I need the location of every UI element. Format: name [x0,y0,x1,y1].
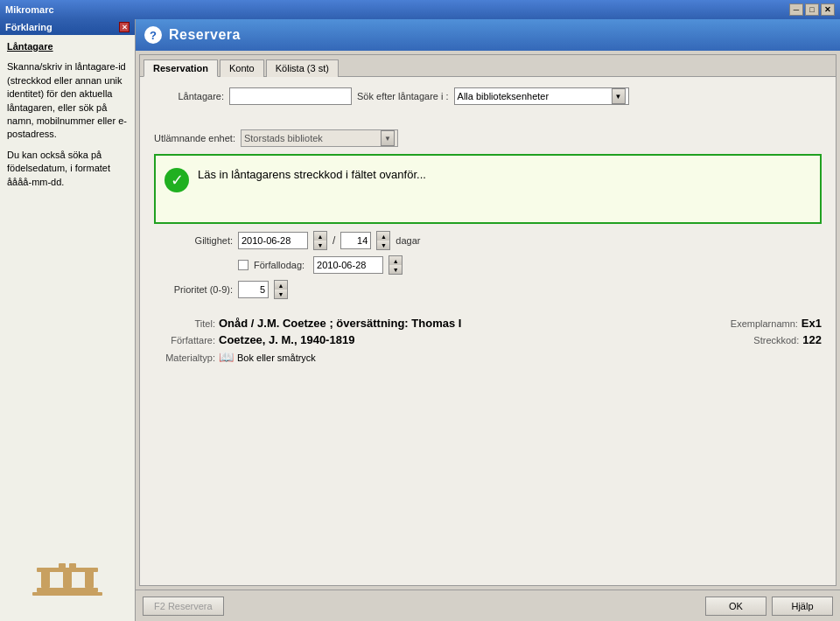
svg-rect-0 [37,588,98,592]
materialtyp-icon: 📖 [219,350,234,364]
lantagare-input[interactable] [229,87,352,105]
tab-reservation[interactable]: Reservation [144,59,218,77]
message-box: ✓ Läs in låntagarens streckkod i fältet … [154,154,822,224]
dialog-body: Reservation Konto Kölista (3 st) Låntaga… [139,54,836,586]
exemplarnamn-value: Ex1 [802,317,822,330]
app-title: Mikromarc [5,4,789,15]
streckkod-container: Streckkod: 122 [753,333,822,346]
ok-button[interactable]: OK [705,597,766,616]
forfallodag-checkbox[interactable] [238,260,248,270]
forfallodag-date-spinner: ▲ ▼ [388,255,402,275]
lantagare-label: Låntagare: [154,91,224,101]
giltighet-date-down[interactable]: ▼ [314,241,326,249]
date-section: Giltighet: ▲ ▼ / ▲ ▼ dagar [154,231,822,299]
giltighet-days-input[interactable] [340,232,371,249]
forfattare-row: Författare: Coetzee, J. M., 1940-1819 St… [154,333,822,350]
dialog-title: Reservera [169,27,241,43]
utlamnande-row: Utlämnande enhet: Storstads bibliotek ▼ [154,129,822,147]
titel-value: Onåd / J.M. Coetzee ; översättning: Thom… [219,317,461,330]
materialtyp-label: Materialtyp: [154,352,215,363]
title-row: Titel: Onåd / J.M. Coetzee ; översättnin… [154,317,822,333]
utlamnande-value: Storstads bibliotek [244,133,381,143]
dialog-header: ? Reservera [136,19,840,51]
svg-rect-7 [32,592,102,596]
giltighet-label: Giltighet: [154,235,233,246]
reserve-button[interactable]: F2 Reservera [143,597,224,616]
tab-kolista[interactable]: Kölista (3 st) [266,59,339,77]
prioritet-up[interactable]: ▲ [275,281,287,290]
sidebar-header: Förklaring ✕ [0,19,135,35]
forfallodag-date-down[interactable]: ▼ [389,265,402,274]
exemplarnamn-label: Exemplarnamn: [731,318,798,329]
exemplarnamn-container: Exemplarnamn: Ex1 [731,317,822,330]
dialog-footer: F2 Reservera OK Hjälp [136,590,840,621]
dagar-label: dagar [396,235,420,246]
window-controls: ─ □ ✕ [789,3,835,16]
forfallodag-date-input[interactable] [313,256,383,274]
tab-konto[interactable]: Konto [220,59,264,77]
giltighet-days-spinner: ▲ ▼ [376,231,390,250]
streckkod-label: Streckkod: [753,335,799,345]
forfattare-info-row: Författare: Coetzee, J. M., 1940-1819 [154,333,753,346]
search-label: Sök efter låntagare i : [357,91,449,101]
tab-bar: Reservation Konto Kölista (3 st) [140,55,836,77]
svg-rect-3 [85,570,94,588]
sidebar-section-title: Låntagare [7,40,128,53]
search-dropdown-arrow[interactable]: ▼ [612,88,626,104]
maximize-button[interactable]: □ [805,3,819,16]
forfattare-value: Coetzee, J. M., 1940-1819 [219,333,354,346]
sidebar: Förklaring ✕ Låntagare Skanna/skriv in l… [0,19,136,621]
giltighet-date-input[interactable] [238,232,308,249]
forfallodag-date-up[interactable]: ▲ [389,256,402,265]
main-container: Förklaring ✕ Låntagare Skanna/skriv in l… [0,19,840,621]
help-button[interactable]: Hjälp [772,597,833,616]
forfallodag-row: Förfallodag: ▲ ▼ [154,255,822,275]
help-icon[interactable]: ? [144,26,162,44]
forfallodag-label: Förfallodag: [254,260,304,270]
svg-rect-6 [69,563,76,569]
sidebar-close-button[interactable]: ✕ [119,22,130,32]
titel-label: Titel: [154,318,215,329]
prioritet-down[interactable]: ▼ [275,290,287,298]
title-info-row: Titel: Onåd / J.M. Coetzee ; översättnin… [154,317,731,330]
prioritet-input[interactable] [238,281,269,298]
sidebar-description-2: Du kan också söka på födelsedatum, i for… [7,149,128,189]
giltighet-days-down[interactable]: ▼ [377,241,389,249]
search-dropdown-value: Alla biblioteksenheter [458,91,612,101]
book-info-section: Titel: Onåd / J.M. Coetzee ; översättnin… [154,310,822,364]
sidebar-content: Låntagare Skanna/skriv in låntagare-id (… [0,35,135,542]
utlamnande-dropdown-arrow[interactable]: ▼ [381,130,395,146]
giltighet-days-up[interactable]: ▲ [377,232,389,241]
sidebar-description-1: Skanna/skriv in låntagare-id (streckkod … [7,60,128,141]
tab-content-reservation: Låntagare: Sök efter låntagare i : Alla … [140,77,836,585]
giltighet-date-spinner: ▲ ▼ [313,231,327,250]
streckkod-value: 122 [802,333,822,346]
minimize-button[interactable]: ─ [789,3,803,16]
dialog-area: ? Reservera Reservation Konto Kölista (3… [136,19,840,621]
svg-rect-5 [59,563,66,569]
footer-right: OK Hjälp [705,597,833,616]
check-icon: ✓ [164,168,189,192]
footer-left: F2 Reservera [143,597,224,616]
lantagare-row: Låntagare: Sök efter låntagare i : Alla … [154,87,822,105]
forfattare-label: Författare: [154,335,215,345]
giltighet-row: Giltighet: ▲ ▼ / ▲ ▼ dagar [154,231,822,250]
svg-rect-4 [37,568,98,572]
close-button[interactable]: ✕ [821,3,835,16]
prioritet-label: Prioritet (0-9): [154,284,233,295]
svg-rect-2 [63,570,72,588]
app-logo [32,562,102,614]
title-bar: Mikromarc ─ □ ✕ [0,0,840,19]
message-text: Läs in låntagarens streckkod i fältet ov… [198,166,426,184]
svg-rect-1 [41,570,50,588]
prioritet-row: Prioritet (0-9): ▲ ▼ [154,280,822,299]
giltighet-date-up[interactable]: ▲ [314,232,326,241]
utlamnande-label: Utlämnande enhet: [154,133,235,143]
utlamnande-dropdown[interactable]: Storstads bibliotek ▼ [241,129,398,147]
materialtyp-value: Bok eller småtryck [237,352,316,363]
prioritet-spinner: ▲ ▼ [274,280,288,299]
sidebar-header-title: Förklaring [5,22,52,32]
sidebar-bottom [0,542,135,621]
materialtyp-row: Materialtyp: 📖 Bok eller småtryck [154,350,822,364]
search-dropdown[interactable]: Alla biblioteksenheter ▼ [454,87,629,105]
